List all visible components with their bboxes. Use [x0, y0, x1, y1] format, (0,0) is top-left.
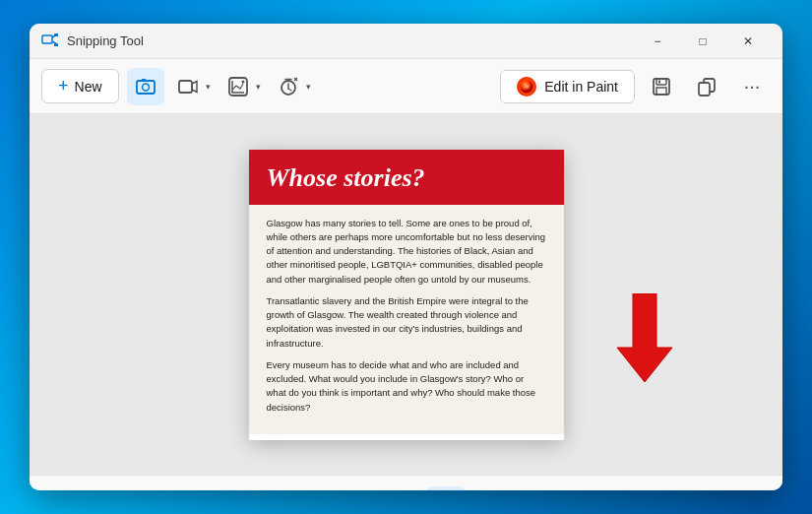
svg-rect-25 [699, 83, 710, 96]
new-button[interactable]: + New [41, 69, 119, 103]
app-icon [41, 32, 59, 50]
app-window: Snipping Tool − □ ✕ + New [30, 24, 782, 490]
save-icon [651, 76, 672, 97]
redo-button[interactable] [573, 486, 614, 491]
screenshot-paragraph-1: Glasgow has many stories to tell. Some a… [267, 217, 546, 287]
video-icon-area [172, 68, 204, 105]
svg-rect-5 [137, 81, 155, 94]
minimize-button[interactable]: − [635, 24, 680, 59]
edit-in-paint-button[interactable]: Edit in Paint [500, 70, 635, 103]
svg-marker-9 [192, 81, 197, 92]
red-arrow-icon [605, 293, 684, 392]
svg-line-14 [288, 89, 291, 91]
svg-rect-21 [656, 79, 666, 85]
freeform-mode-button[interactable]: ▾ [222, 68, 265, 105]
more-options-button[interactable]: ··· [733, 68, 771, 105]
svg-marker-27 [617, 293, 672, 382]
screenshot-body: Glasgow has many stories to tell. Some a… [249, 205, 564, 434]
paint-brush-icon [520, 80, 533, 94]
svg-rect-23 [658, 80, 660, 83]
freeform-icon [227, 76, 249, 97]
screenshot-paragraph-2: Transatlantic slavery and the British Em… [267, 294, 546, 351]
svg-rect-22 [656, 88, 666, 95]
close-button[interactable]: ✕ [725, 24, 771, 59]
maximize-button[interactable]: □ [680, 24, 725, 59]
arrow-indicator [605, 293, 684, 396]
screenshot-paragraph-3: Every museum has to decide what and who … [267, 358, 546, 415]
save-button[interactable] [643, 68, 680, 105]
paint-icon [517, 77, 536, 96]
svg-rect-3 [54, 33, 58, 36]
plus-icon: + [58, 76, 69, 96]
more-options-icon: ··· [744, 75, 761, 97]
svg-point-6 [142, 84, 149, 91]
video-dropdown-arrow: ▾ [206, 82, 211, 92]
text-extract-tool-button[interactable] [425, 486, 467, 491]
timer-button[interactable]: ▾ [273, 68, 315, 105]
svg-point-11 [241, 80, 244, 83]
copy-icon [696, 76, 718, 97]
undo-button[interactable] [528, 486, 569, 491]
eraser-tool-button[interactable] [289, 486, 331, 491]
screenshot-title: Whose stories? [267, 163, 546, 193]
screenshot-tool-button[interactable] [470, 486, 512, 491]
title-bar: Snipping Tool − □ ✕ [30, 24, 782, 59]
freeform-icon-area [222, 68, 254, 105]
timer-icon [278, 76, 299, 97]
crop-tool-button[interactable] [380, 486, 421, 491]
pen-tool-button[interactable] [199, 486, 240, 491]
video-icon [177, 76, 199, 97]
timer-dropdown-arrow: ▾ [306, 82, 311, 92]
screenshot-mode-button[interactable] [127, 68, 164, 105]
edit-in-paint-label: Edit in Paint [544, 79, 618, 95]
new-label: New [75, 79, 102, 95]
svg-rect-8 [179, 81, 192, 93]
freeform-dropdown-arrow: ▾ [256, 82, 261, 92]
highlighter-tool-button[interactable] [244, 486, 285, 491]
ruler-tool-button[interactable] [335, 486, 376, 491]
toolbar-right: Edit in Paint ··· [500, 68, 771, 105]
title-bar-controls: − □ ✕ [635, 24, 771, 59]
content-area: Whose stories? Glasgow has many stories … [30, 114, 782, 475]
timer-icon-area [273, 68, 304, 105]
window-title: Snipping Tool [67, 33, 635, 48]
svg-rect-4 [54, 43, 58, 46]
bottom-toolbar [30, 475, 782, 490]
svg-rect-0 [42, 35, 52, 43]
main-toolbar: + New ▾ [30, 59, 782, 114]
video-mode-button[interactable]: ▾ [172, 68, 215, 105]
screenshot-preview: Whose stories? Glasgow has many stories … [249, 150, 564, 440]
camera-icon [135, 76, 156, 97]
copy-button[interactable] [688, 68, 725, 105]
screenshot-header: Whose stories? [249, 150, 564, 205]
svg-rect-7 [142, 79, 146, 82]
